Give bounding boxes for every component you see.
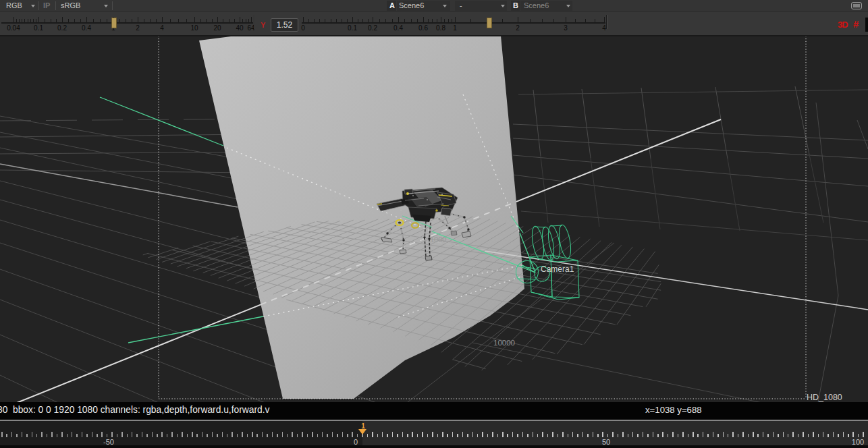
svg-text:1000: 1000: [430, 235, 446, 244]
svg-text:Camera1: Camera1: [541, 264, 574, 274]
svg-text:HD_1080: HD_1080: [807, 393, 842, 402]
svg-text:10000: 10000: [493, 339, 515, 347]
